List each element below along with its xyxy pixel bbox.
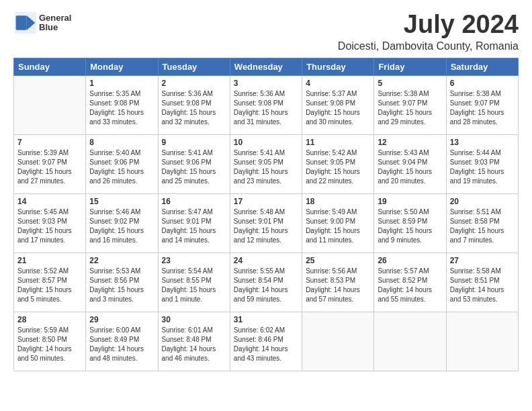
day-number: 26 bbox=[378, 256, 442, 265]
logo-icon bbox=[13, 11, 38, 35]
day-info: Sunrise: 5:54 AM Sunset: 8:55 PM Dayligh… bbox=[162, 267, 226, 304]
day-number: 16 bbox=[162, 197, 226, 206]
day-number: 11 bbox=[306, 138, 370, 147]
day-info: Sunrise: 5:36 AM Sunset: 9:08 PM Dayligh… bbox=[162, 89, 226, 127]
day-number: 8 bbox=[89, 138, 154, 147]
calendar-cell: 14Sunrise: 5:45 AM Sunset: 9:03 PM Dayli… bbox=[14, 193, 86, 253]
calendar-cell: 12Sunrise: 5:43 AM Sunset: 9:04 PM Dayli… bbox=[374, 134, 446, 193]
calendar-cell: 31Sunrise: 6:02 AM Sunset: 8:46 PM Dayli… bbox=[230, 312, 302, 371]
calendar-cell: 20Sunrise: 5:51 AM Sunset: 8:58 PM Dayli… bbox=[446, 193, 518, 253]
day-number: 30 bbox=[162, 315, 226, 324]
title-block: July 2024 Doicesti, Dambovita County, Ro… bbox=[338, 11, 519, 52]
weekday-header-friday: Friday bbox=[374, 58, 446, 75]
day-info: Sunrise: 5:38 AM Sunset: 9:07 PM Dayligh… bbox=[450, 89, 515, 127]
day-info: Sunrise: 6:01 AM Sunset: 8:48 PM Dayligh… bbox=[162, 326, 226, 363]
calendar-cell: 19Sunrise: 5:50 AM Sunset: 8:59 PM Dayli… bbox=[374, 193, 446, 253]
day-number: 10 bbox=[234, 138, 298, 147]
day-info: Sunrise: 5:53 AM Sunset: 8:56 PM Dayligh… bbox=[89, 267, 154, 304]
day-number: 14 bbox=[17, 197, 82, 206]
day-info: Sunrise: 5:55 AM Sunset: 8:54 PM Dayligh… bbox=[234, 267, 298, 304]
calendar-cell: 1Sunrise: 5:35 AM Sunset: 9:08 PM Daylig… bbox=[86, 75, 158, 134]
day-number: 1 bbox=[89, 79, 154, 88]
day-number: 21 bbox=[17, 256, 82, 265]
weekday-header-wednesday: Wednesday bbox=[230, 58, 302, 75]
calendar-cell: 24Sunrise: 5:55 AM Sunset: 8:54 PM Dayli… bbox=[230, 253, 302, 312]
day-info: Sunrise: 5:45 AM Sunset: 9:03 PM Dayligh… bbox=[17, 208, 82, 245]
day-number: 12 bbox=[378, 138, 442, 147]
week-row-3: 14Sunrise: 5:45 AM Sunset: 9:03 PM Dayli… bbox=[14, 193, 519, 253]
calendar-cell bbox=[302, 312, 374, 371]
day-info: Sunrise: 5:40 AM Sunset: 9:06 PM Dayligh… bbox=[89, 148, 154, 186]
page: General Blue July 2024 Doicesti, Dambovi… bbox=[0, 0, 532, 382]
day-info: Sunrise: 5:38 AM Sunset: 9:07 PM Dayligh… bbox=[378, 89, 442, 127]
weekday-header-saturday: Saturday bbox=[446, 58, 518, 75]
day-number: 17 bbox=[234, 197, 298, 206]
header: General Blue July 2024 Doicesti, Dambovi… bbox=[13, 11, 519, 52]
day-number: 5 bbox=[378, 79, 442, 88]
day-number: 22 bbox=[89, 256, 154, 265]
day-info: Sunrise: 5:59 AM Sunset: 8:50 PM Dayligh… bbox=[17, 326, 82, 363]
day-info: Sunrise: 5:57 AM Sunset: 8:52 PM Dayligh… bbox=[378, 267, 442, 304]
day-info: Sunrise: 5:46 AM Sunset: 9:02 PM Dayligh… bbox=[89, 208, 154, 245]
calendar-cell: 6Sunrise: 5:38 AM Sunset: 9:07 PM Daylig… bbox=[446, 75, 518, 134]
day-info: Sunrise: 5:44 AM Sunset: 9:03 PM Dayligh… bbox=[450, 148, 515, 186]
day-info: Sunrise: 5:42 AM Sunset: 9:05 PM Dayligh… bbox=[306, 148, 370, 186]
calendar-cell: 25Sunrise: 5:56 AM Sunset: 8:53 PM Dayli… bbox=[302, 253, 374, 312]
day-info: Sunrise: 5:35 AM Sunset: 9:08 PM Dayligh… bbox=[89, 89, 154, 127]
weekday-header-monday: Monday bbox=[86, 58, 158, 75]
calendar-cell: 8Sunrise: 5:40 AM Sunset: 9:06 PM Daylig… bbox=[86, 134, 158, 193]
day-info: Sunrise: 5:41 AM Sunset: 9:05 PM Dayligh… bbox=[234, 148, 298, 186]
day-number: 25 bbox=[306, 256, 370, 265]
calendar-cell: 9Sunrise: 5:41 AM Sunset: 9:06 PM Daylig… bbox=[158, 134, 230, 193]
svg-rect-2 bbox=[16, 15, 27, 30]
week-row-2: 7Sunrise: 5:39 AM Sunset: 9:07 PM Daylig… bbox=[14, 134, 519, 193]
subtitle: Doicesti, Dambovita County, Romania bbox=[338, 40, 519, 52]
weekday-header-row: SundayMondayTuesdayWednesdayThursdayFrid… bbox=[14, 58, 519, 75]
day-number: 4 bbox=[306, 79, 370, 88]
weekday-header-tuesday: Tuesday bbox=[158, 58, 230, 75]
calendar-cell: 5Sunrise: 5:38 AM Sunset: 9:07 PM Daylig… bbox=[374, 75, 446, 134]
logo: General Blue bbox=[13, 11, 71, 35]
calendar-cell: 4Sunrise: 5:37 AM Sunset: 9:08 PM Daylig… bbox=[302, 75, 374, 134]
logo-line2: Blue bbox=[39, 23, 71, 32]
calendar-cell: 18Sunrise: 5:49 AM Sunset: 9:00 PM Dayli… bbox=[302, 193, 374, 253]
calendar-cell: 30Sunrise: 6:01 AM Sunset: 8:48 PM Dayli… bbox=[158, 312, 230, 371]
day-info: Sunrise: 5:36 AM Sunset: 9:08 PM Dayligh… bbox=[234, 89, 298, 127]
week-row-4: 21Sunrise: 5:52 AM Sunset: 8:57 PM Dayli… bbox=[14, 253, 519, 312]
calendar-cell: 10Sunrise: 5:41 AM Sunset: 9:05 PM Dayli… bbox=[230, 134, 302, 193]
day-number: 2 bbox=[162, 79, 226, 88]
day-info: Sunrise: 5:41 AM Sunset: 9:06 PM Dayligh… bbox=[162, 148, 226, 186]
calendar-cell bbox=[446, 312, 518, 371]
day-number: 28 bbox=[17, 315, 82, 324]
day-number: 29 bbox=[89, 315, 154, 324]
calendar-cell bbox=[14, 75, 86, 134]
calendar-cell: 23Sunrise: 5:54 AM Sunset: 8:55 PM Dayli… bbox=[158, 253, 230, 312]
day-number: 3 bbox=[234, 79, 298, 88]
calendar-cell: 28Sunrise: 5:59 AM Sunset: 8:50 PM Dayli… bbox=[14, 312, 86, 371]
logo-text: General Blue bbox=[39, 13, 71, 33]
day-info: Sunrise: 5:58 AM Sunset: 8:51 PM Dayligh… bbox=[450, 267, 515, 304]
calendar-cell: 16Sunrise: 5:47 AM Sunset: 9:01 PM Dayli… bbox=[158, 193, 230, 253]
day-number: 24 bbox=[234, 256, 298, 265]
week-row-1: 1Sunrise: 5:35 AM Sunset: 9:08 PM Daylig… bbox=[14, 75, 519, 134]
calendar-cell: 11Sunrise: 5:42 AM Sunset: 9:05 PM Dayli… bbox=[302, 134, 374, 193]
day-info: Sunrise: 5:48 AM Sunset: 9:01 PM Dayligh… bbox=[234, 208, 298, 245]
day-number: 31 bbox=[234, 315, 298, 324]
day-info: Sunrise: 5:50 AM Sunset: 8:59 PM Dayligh… bbox=[378, 208, 442, 245]
calendar-cell: 7Sunrise: 5:39 AM Sunset: 9:07 PM Daylig… bbox=[14, 134, 86, 193]
day-info: Sunrise: 5:37 AM Sunset: 9:08 PM Dayligh… bbox=[306, 89, 370, 127]
day-number: 15 bbox=[89, 197, 154, 206]
calendar-cell: 15Sunrise: 5:46 AM Sunset: 9:02 PM Dayli… bbox=[86, 193, 158, 253]
calendar-cell bbox=[374, 312, 446, 371]
main-title: July 2024 bbox=[338, 11, 519, 39]
day-info: Sunrise: 5:49 AM Sunset: 9:00 PM Dayligh… bbox=[306, 208, 370, 245]
day-info: Sunrise: 5:47 AM Sunset: 9:01 PM Dayligh… bbox=[162, 208, 226, 245]
calendar-cell: 2Sunrise: 5:36 AM Sunset: 9:08 PM Daylig… bbox=[158, 75, 230, 134]
day-info: Sunrise: 5:56 AM Sunset: 8:53 PM Dayligh… bbox=[306, 267, 370, 304]
day-number: 9 bbox=[162, 138, 226, 147]
day-number: 13 bbox=[450, 138, 515, 147]
day-info: Sunrise: 6:02 AM Sunset: 8:46 PM Dayligh… bbox=[234, 326, 298, 363]
week-row-5: 28Sunrise: 5:59 AM Sunset: 8:50 PM Dayli… bbox=[14, 312, 519, 371]
calendar-cell: 29Sunrise: 6:00 AM Sunset: 8:49 PM Dayli… bbox=[86, 312, 158, 371]
calendar-cell: 22Sunrise: 5:53 AM Sunset: 8:56 PM Dayli… bbox=[86, 253, 158, 312]
